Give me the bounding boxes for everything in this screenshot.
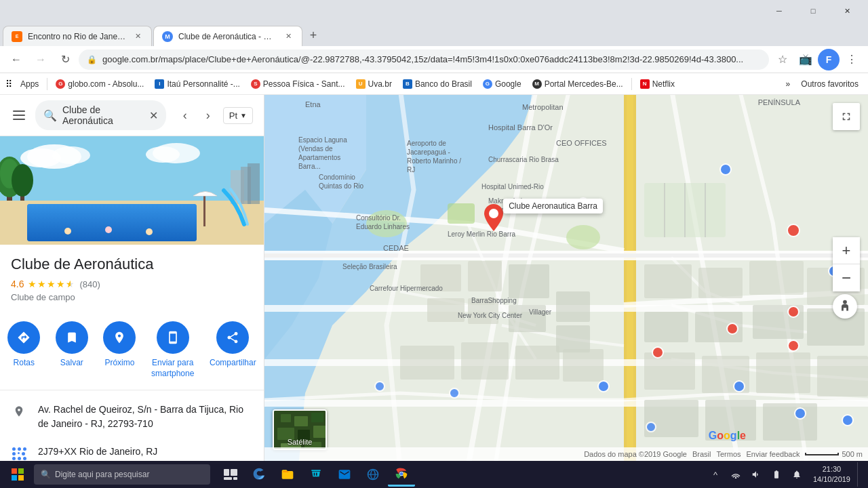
start-button[interactable] — [3, 462, 33, 487]
bookmark-apps[interactable]: Apps — [16, 78, 43, 90]
pegman-button[interactable] — [833, 294, 857, 319]
zoom-in-button[interactable]: + — [833, 237, 860, 264]
bookmark-bb[interactable]: B Banco do Brasil — [399, 78, 476, 90]
tab-maps[interactable]: M Clube de Aeronáutica - Google ... ✕ — [153, 26, 302, 46]
edge-icon — [252, 468, 266, 481]
forward-button[interactable]: → — [30, 49, 52, 70]
bookmark-globo[interactable]: G globo.com - Absolu... — [52, 78, 148, 90]
address-bar[interactable]: 🔒 google.com.br/maps/place/Clube+de+Aero… — [79, 49, 769, 70]
taskbar-task-view[interactable] — [217, 462, 244, 487]
cast-button[interactable]: 📺 — [795, 49, 816, 70]
svg-point-60 — [566, 225, 600, 249]
back-arrow-button[interactable]: ‹ — [174, 104, 196, 126]
enviar-button[interactable]: Enviar parasmartphone — [151, 321, 194, 379]
marker-label: Clube Aeronautica Barra — [503, 199, 603, 214]
minimize-button[interactable]: ─ — [764, 0, 795, 22]
proximo-button[interactable]: Próximo — [103, 321, 136, 379]
enviar-icon — [157, 321, 189, 354]
clear-search-button[interactable]: ✕ — [149, 109, 158, 122]
bookmark-itau[interactable]: I Itaú Personnalité -... — [151, 78, 243, 90]
sys-chevron[interactable]: ^ — [706, 462, 725, 487]
bookmark-mercedes-favicon: M — [532, 79, 542, 89]
satellite-thumbnail[interactable]: Satélite — [273, 409, 327, 450]
svg-point-8 — [146, 146, 180, 163]
poi-ceo: CEO OFFICES — [556, 139, 607, 147]
map-terms-link[interactable]: Termos — [716, 450, 741, 458]
place-type: Clube de campo — [11, 292, 253, 302]
taskbar-search[interactable]: 🔍 Digite aqui para pesquisar — [34, 464, 210, 485]
bookmark-bb-label: Banco do Brasil — [415, 79, 472, 89]
new-tab-button[interactable]: + — [304, 26, 323, 45]
svg-point-64 — [787, 224, 800, 237]
account-button[interactable]: F — [818, 49, 840, 70]
bookmark-outros[interactable]: Outros favoritos — [797, 78, 863, 90]
bookmark-netflix[interactable]: N Netflix — [636, 78, 679, 90]
menu-button[interactable]: ⋮ — [841, 49, 863, 70]
svg-rect-98 — [224, 477, 232, 480]
taskbar-store[interactable] — [302, 462, 330, 487]
svg-rect-41 — [461, 342, 509, 380]
bookmark-uva[interactable]: U Uva.br — [352, 78, 396, 90]
svg-point-65 — [788, 306, 799, 317]
taskbar-ie[interactable] — [359, 462, 387, 487]
hamburger-menu-button[interactable] — [8, 104, 30, 126]
bookmark-santander[interactable]: S Pessoa Física - Sant... — [247, 78, 349, 90]
salvar-label: Salvar — [60, 358, 83, 369]
poi-espacio: Espacio Laguna (Vendas de Apartamentos B… — [298, 136, 353, 171]
tab-title-encontro: Encontro no Rio de Janeiro dia... — [28, 32, 127, 41]
svg-rect-92 — [12, 468, 17, 474]
forward-arrow-button[interactable]: › — [197, 104, 219, 126]
svg-point-73 — [842, 415, 853, 426]
bookmark-more-button[interactable]: » — [782, 78, 795, 90]
place-photo[interactable] — [0, 136, 264, 245]
poi-aeroporto: Aeroporto de Jacarepaguá - Roberto Marin… — [407, 139, 468, 174]
sys-show-desktop[interactable] — [857, 462, 863, 487]
salvar-button[interactable]: Salvar — [56, 321, 88, 379]
map-marker[interactable]: Clube Aeronautica Barra — [484, 204, 503, 234]
place-info: Clube de Aeronáutica 4.6 ★★★★★★ (840) Cl… — [0, 245, 264, 316]
bookmark-star-button[interactable]: ☆ — [772, 49, 793, 70]
svg-point-74 — [375, 382, 384, 391]
windows-logo-icon — [12, 468, 24, 481]
bookmark-mercedes[interactable]: M Portal Mercedes-Be... — [528, 78, 627, 90]
tab-favicon-encontro: E — [12, 31, 22, 42]
compartilhar-button[interactable]: Compartilhar — [210, 321, 256, 379]
back-button[interactable]: ← — [5, 49, 27, 70]
tab-favicon-maps: M — [162, 31, 173, 42]
sys-sound[interactable] — [747, 462, 766, 487]
file-explorer-icon — [281, 468, 294, 481]
maximize-button[interactable]: □ — [797, 0, 829, 22]
svg-rect-84 — [281, 414, 291, 422]
place-rating-row: 4.6 ★★★★★★ (840) — [11, 279, 253, 289]
zoom-control-group: + − — [833, 237, 860, 291]
sys-network[interactable] — [726, 462, 745, 487]
svg-rect-36 — [509, 264, 549, 298]
reload-button[interactable]: ↻ — [54, 49, 76, 70]
taskbar-search-placeholder: Digite aqui para pesquisar — [55, 470, 149, 479]
taskbar-edge[interactable] — [245, 462, 273, 487]
zoom-out-button[interactable]: − — [833, 264, 860, 291]
place-photo-svg — [0, 136, 264, 245]
sys-battery[interactable] — [767, 462, 786, 487]
rotas-button[interactable]: Rotas — [7, 321, 40, 379]
map-fullscreen-button[interactable] — [833, 103, 860, 130]
bookmark-google[interactable]: G Google — [479, 78, 526, 90]
svg-point-75 — [450, 388, 459, 398]
taskbar-mail[interactable] — [331, 462, 358, 487]
tab-encontro[interactable]: E Encontro no Rio de Janeiro dia... ✕ — [3, 26, 152, 46]
sys-action-center[interactable] — [787, 462, 806, 487]
close-button[interactable]: ✕ — [831, 0, 863, 22]
title-bar: ─ □ ✕ — [0, 0, 868, 22]
svg-point-72 — [795, 408, 806, 419]
map-area[interactable]: Clube Aeronautica Barra Etna Metropolita… — [264, 95, 868, 461]
tab-close-maps[interactable]: ✕ — [283, 31, 294, 42]
language-selector[interactable]: Pt ▼ — [223, 107, 253, 124]
tab-close-encontro[interactable]: ✕ — [132, 31, 143, 42]
plus-code-row: 2J79+XX Rio de Janeiro, RJ — [0, 438, 264, 461]
map-feedback-link[interactable]: Enviar feedback — [747, 450, 800, 458]
poi-metropolitan: Metropolitan — [522, 103, 564, 111]
taskbar-clock[interactable]: 21:30 14/10/2019 — [808, 464, 856, 485]
taskbar-explorer[interactable] — [274, 462, 301, 487]
svg-rect-40 — [400, 346, 454, 380]
taskbar-chrome[interactable] — [388, 462, 415, 487]
